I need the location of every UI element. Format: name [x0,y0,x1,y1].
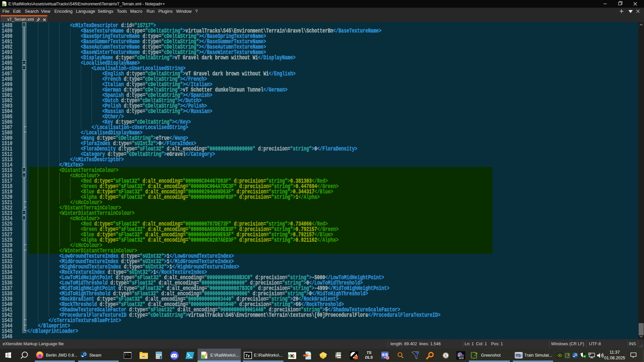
svg-text:S: S [444,353,447,358]
svg-text:7z: 7z [245,353,250,358]
svg-text:C:\_: C:\_ [125,354,130,356]
svg-text:BOX: BOX [337,356,341,358]
svg-text:DOS: DOS [337,353,341,355]
svg-text:TS: TS [516,353,521,358]
svg-text:UCO: UCO [459,357,464,359]
